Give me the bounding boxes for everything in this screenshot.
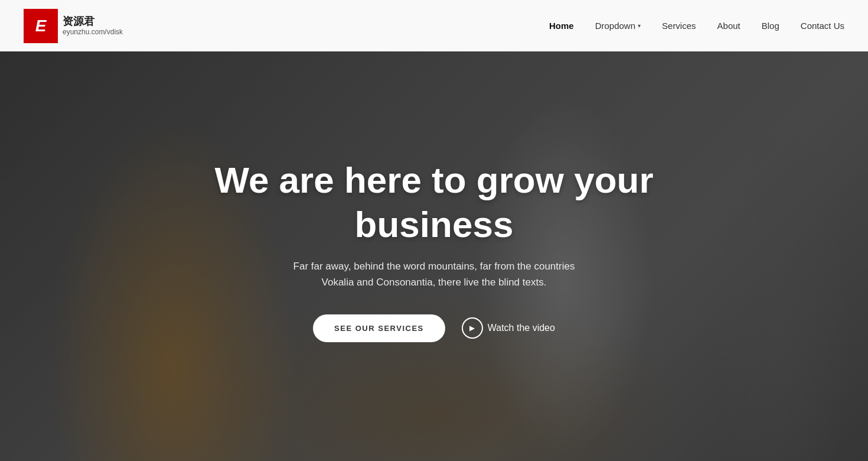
watch-video-button[interactable]: ▶ Watch the video — [462, 317, 555, 339]
nav-link-contact[interactable]: Contact Us — [801, 21, 844, 31]
nav-item-about[interactable]: About — [717, 21, 740, 31]
nav-item-dropdown[interactable]: Dropdown ▾ — [595, 21, 641, 31]
chevron-down-icon: ▾ — [638, 22, 641, 29]
nav-item-home[interactable]: Home — [549, 21, 574, 31]
logo-text: 资源君 eyunzhu.com/vdisk — [63, 15, 123, 37]
see-services-button[interactable]: SEE OUR SERVICES — [313, 314, 445, 342]
nav-link-services[interactable]: Services — [662, 21, 696, 31]
nav-link-blog[interactable]: Blog — [762, 21, 779, 31]
nav-links: Home Dropdown ▾ Services About Blog Cont… — [549, 21, 844, 31]
logo[interactable]: E 资源君 eyunzhu.com/vdisk — [24, 9, 123, 43]
hero-section: E 资源君 eyunzhu.com/vdisk Home Dropdown ▾ … — [0, 0, 868, 461]
logo-subtitle: eyunzhu.com/vdisk — [63, 28, 123, 36]
logo-title: 资源君 — [63, 15, 123, 28]
nav-item-contact[interactable]: Contact Us — [801, 21, 844, 31]
hero-title: We are here to grow your business — [214, 158, 653, 246]
logo-icon: E — [24, 9, 58, 43]
nav-link-home[interactable]: Home — [549, 21, 574, 31]
nav-link-dropdown[interactable]: Dropdown — [595, 21, 635, 31]
nav-link-about[interactable]: About — [717, 21, 740, 31]
play-icon: ▶ — [462, 317, 483, 339]
hero-subtitle: Far far away, behind the word mountains,… — [280, 258, 588, 290]
hero-content: We are here to grow your business Far fa… — [0, 40, 868, 461]
hero-buttons: SEE OUR SERVICES ▶ Watch the video — [313, 314, 555, 342]
nav-item-services[interactable]: Services — [662, 21, 696, 31]
nav-item-blog[interactable]: Blog — [762, 21, 779, 31]
navbar: E 资源君 eyunzhu.com/vdisk Home Dropdown ▾ … — [0, 0, 868, 51]
